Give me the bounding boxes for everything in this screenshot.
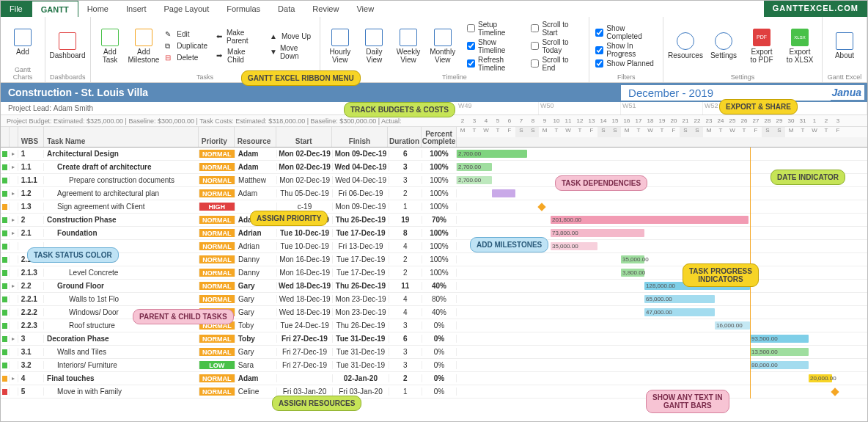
- minus-icon: ⊟: [165, 54, 174, 62]
- brand-label: GANTTEXCEL.COM: [764, 1, 867, 17]
- callout-show-text: SHOW ANY TEXT IN GANTT BARS: [646, 390, 729, 413]
- gantt-bar[interactable]: 80,000.00: [750, 361, 809, 369]
- gantt-bar[interactable]: 3,800.00: [621, 269, 644, 277]
- show-inprogress-check[interactable]: Show In Progress: [594, 42, 658, 58]
- group-ganttcharts: Gantt Charts: [5, 66, 40, 81]
- table-row[interactable]: ▸1.1Create draft of architectureNORMALAd…: [1, 161, 867, 174]
- tab-insert[interactable]: Insert: [117, 1, 155, 17]
- scroll-end-check[interactable]: Scroll to End: [529, 56, 584, 72]
- table-row[interactable]: ▸2Construction PhaseNORMALAdamTue 10-Dec…: [1, 214, 867, 227]
- group-timeline: Timeline: [325, 73, 585, 81]
- menu-bar: File GANTT Home Insert Page Layout Formu…: [1, 1, 867, 17]
- callout-assign-priority: ASSIGN PRIORITY: [250, 211, 328, 226]
- table-row[interactable]: 2.2.1Walls to 1st FloNORMALGaryWed 18-De…: [1, 293, 867, 306]
- gantt-bar[interactable]: 16,000.00: [715, 321, 750, 330]
- show-timeline-check[interactable]: Show Timeline: [466, 38, 526, 54]
- monthly-view-button[interactable]: Monthly View: [427, 20, 458, 72]
- table-row[interactable]: 2.2.2Windows/ DoorNORMALGaryWed 18-Dec-1…: [1, 306, 867, 319]
- scroll-start-check[interactable]: Scroll to Start: [529, 21, 584, 37]
- gantt-bar[interactable]: 35,000.00: [621, 255, 644, 263]
- table-row[interactable]: 1.3Sign agreement with ClientHIGHc-19Mon…: [1, 200, 867, 214]
- export-pdf-button[interactable]: PDFExport to PDF: [744, 20, 779, 72]
- move-down-button[interactable]: ▼Move Down: [267, 43, 315, 61]
- settings-button[interactable]: Settings: [706, 20, 741, 72]
- tab-file[interactable]: File: [1, 1, 32, 17]
- callout-ribbon-menu: GANTT EXCEL RIBBON MENU: [241, 70, 361, 86]
- tab-data[interactable]: Data: [269, 1, 304, 17]
- group-filters: Filters: [594, 73, 658, 81]
- table-row[interactable]: 1.1.1Prepare construction documentsNORMA…: [1, 174, 867, 187]
- ribbon: Add Gantt Charts Dashboard Dashboards Ad…: [1, 17, 867, 83]
- tab-home[interactable]: Home: [78, 1, 117, 17]
- indent-icon: ➡: [216, 51, 224, 60]
- table-row[interactable]: 3.2Interiors/ FurnitureLOWSaraFri 27-Dec…: [1, 359, 867, 372]
- weekly-view-button[interactable]: Weekly View: [393, 20, 424, 72]
- callout-progress-ind: TASK PROGRESS INDICATORS: [683, 263, 759, 287]
- up-icon: ▲: [270, 32, 279, 41]
- table-row[interactable]: 3.1Walls and TilesNORMALGaryFri 27-Dec-1…: [1, 346, 867, 359]
- move-up-button[interactable]: ▲Move Up: [267, 32, 315, 42]
- down-icon: ▼: [270, 48, 277, 57]
- make-child-button[interactable]: ➡Make Child: [213, 47, 264, 65]
- make-parent-button[interactable]: ⬅Make Parent: [213, 28, 264, 46]
- gantt-bar[interactable]: 65,000.00: [644, 295, 715, 303]
- tab-review[interactable]: Review: [304, 1, 347, 17]
- gantt-bar[interactable]: [492, 189, 515, 197]
- scroll-today-check[interactable]: Scroll to Today: [529, 38, 584, 54]
- gantt-bar[interactable]: 2,700.00: [457, 150, 527, 158]
- gantt-bar[interactable]: 20,000.00: [809, 374, 832, 382]
- table-row[interactable]: ▸2.1FoundationNORMALAdrianTue 10-Dec-19T…: [1, 227, 867, 240]
- callout-export-share: EXPORT & SHARE: [719, 99, 798, 114]
- about-button[interactable]: About: [827, 20, 862, 72]
- table-row[interactable]: 5Move in with FamilyNORMALCelineFri 03-J…: [1, 385, 867, 399]
- resources-button[interactable]: Resources: [668, 20, 703, 72]
- table-row[interactable]: NORMALAdrianTue 10-Dec-19Fri 13-Dec-1941…: [1, 240, 867, 253]
- copy-icon: ⧉: [165, 42, 174, 51]
- hourly-view-button[interactable]: Hourly View: [325, 20, 356, 72]
- outdent-icon: ⬅: [216, 32, 224, 41]
- table-row[interactable]: ▸1Architectural DesignNORMALAdamMon 02-D…: [1, 148, 867, 161]
- milestone-diamond[interactable]: [537, 203, 545, 211]
- group-settings: Settings: [668, 73, 817, 81]
- gantt-bar[interactable]: 2,700.00: [457, 163, 492, 171]
- tab-view[interactable]: View: [347, 1, 383, 17]
- refresh-timeline-check[interactable]: Refresh Timeline: [466, 56, 526, 72]
- edit-button[interactable]: ✎Edit: [162, 29, 210, 40]
- callout-assign-res: ASSIGN RESOURCES: [272, 396, 361, 411]
- callout-parent-child: PARENT & CHILD TASKS: [133, 309, 234, 324]
- callout-date-indicator: DATE INDICATOR: [770, 170, 845, 185]
- gantt-bar[interactable]: 13,500.00: [750, 348, 809, 356]
- table-row[interactable]: ▸1.2Agreement to architectural planNORMA…: [1, 187, 867, 200]
- callout-add-milestones: ADD MILESTONES: [470, 237, 548, 252]
- tab-pagelayout[interactable]: Page Layout: [155, 1, 218, 17]
- month-label: December - 2019: [621, 85, 831, 101]
- table-row[interactable]: ▸4Final touchesNORMALAdam02-Jan-2020%20,…: [1, 372, 867, 385]
- add-button[interactable]: Add: [5, 20, 40, 65]
- add-task-button[interactable]: Add Task: [95, 20, 125, 72]
- tab-gantt[interactable]: GANTT: [32, 1, 78, 17]
- show-completed-check[interactable]: Show Completed: [594, 24, 658, 40]
- column-headers: WBS Task Name Priority Resource Start Fi…: [1, 127, 867, 148]
- pencil-icon: ✎: [165, 30, 174, 39]
- duplicate-button[interactable]: ⧉Duplicate: [162, 41, 210, 51]
- next-month-label: Janua: [829, 85, 864, 100]
- export-xlsx-button[interactable]: XLSXExport to XLSX: [782, 20, 817, 72]
- milestone-diamond[interactable]: [831, 388, 839, 396]
- gantt-bar[interactable]: 73,800.00: [551, 229, 644, 237]
- callout-status-color: TASK STATUS COLOR: [27, 247, 119, 263]
- add-milestone-button[interactable]: Add Milestone: [128, 20, 160, 72]
- tab-formulas[interactable]: Formulas: [218, 1, 269, 17]
- callout-track-budgets: TRACK BUDGETS & COSTS: [344, 102, 455, 117]
- gantt-bar[interactable]: 35,000.00: [551, 242, 597, 250]
- gantt-bar[interactable]: 47,000.00: [644, 308, 715, 316]
- daily-view-button[interactable]: Daily View: [358, 20, 390, 72]
- table-row[interactable]: ▸3Decoration PhaseNORMALTobyFri 27-Dec-1…: [1, 332, 867, 346]
- gantt-bar[interactable]: 93,500.00: [750, 335, 809, 343]
- setup-timeline-check[interactable]: Setup Timeline: [466, 21, 526, 37]
- gantt-bar[interactable]: 201,800.00: [551, 216, 749, 224]
- table-row[interactable]: 2.2.3Roof structureNORMALTobyTue 24-Dec-…: [1, 319, 867, 332]
- gantt-bar[interactable]: 2,700.00: [457, 176, 492, 184]
- show-planned-check[interactable]: Show Planned: [594, 59, 658, 68]
- delete-button[interactable]: ⊟Delete: [162, 53, 210, 63]
- dashboard-button[interactable]: Dashboard: [50, 20, 85, 72]
